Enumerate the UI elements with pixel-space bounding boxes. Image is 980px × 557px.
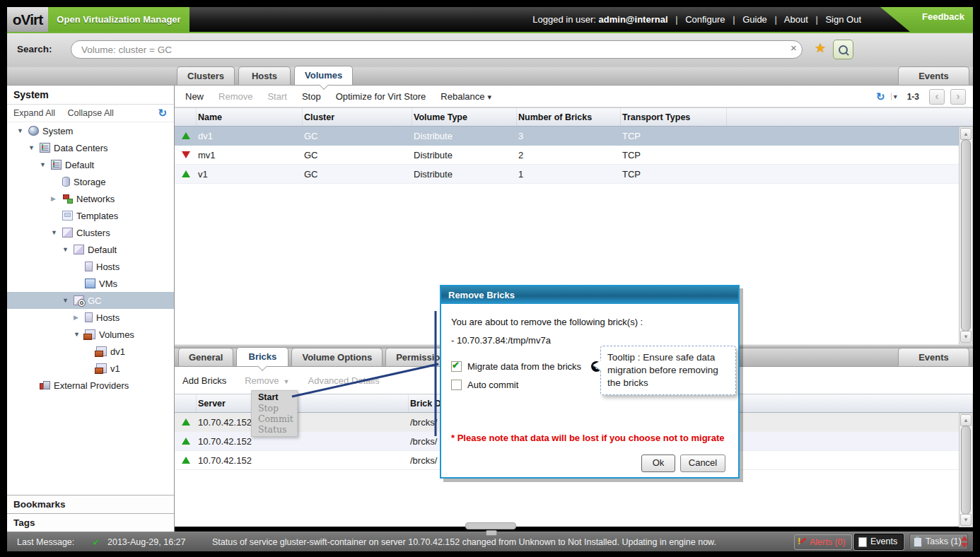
main-tab-strip: Clusters Hosts Volumes Events bbox=[7, 67, 973, 86]
tree-item-gc-cluster[interactable]: GC bbox=[7, 292, 174, 309]
tree-item-gc-hosts[interactable]: Hosts bbox=[7, 309, 174, 326]
tree-item-volumes[interactable]: Volumes bbox=[7, 326, 174, 343]
optimize-button[interactable]: Optimize for Virt Store bbox=[336, 91, 426, 102]
tree-item-external-providers[interactable]: External Providers bbox=[7, 377, 174, 394]
last-message-label: Last Message: bbox=[17, 532, 74, 552]
tree-item-system[interactable]: System bbox=[7, 122, 174, 139]
collapse-all-link[interactable]: Collapse All bbox=[68, 108, 114, 118]
tab-volume-options[interactable]: Volume Options bbox=[291, 348, 383, 366]
application-window: oVirt Open Virtualization Manager Logged… bbox=[0, 0, 980, 557]
add-bricks-button[interactable]: Add Bricks bbox=[182, 375, 226, 386]
expander-icon[interactable] bbox=[17, 127, 28, 134]
tree-item-data-centers[interactable]: Data Centers bbox=[7, 139, 174, 156]
expander-icon[interactable] bbox=[28, 144, 40, 151]
alerts-button[interactable]: Alerts (0) bbox=[794, 534, 852, 550]
cancel-button[interactable]: Cancel bbox=[680, 455, 725, 472]
configure-link[interactable]: Configure bbox=[685, 14, 725, 25]
remove-bricks-menu-button[interactable]: Remove bbox=[245, 375, 289, 386]
search-button[interactable] bbox=[833, 40, 853, 59]
menu-item-stop[interactable]: Stop bbox=[252, 403, 297, 414]
horizontal-scroll-thumb[interactable] bbox=[465, 522, 516, 529]
prev-page-button[interactable]: ‹ bbox=[929, 89, 945, 105]
expander-icon[interactable] bbox=[40, 161, 51, 168]
tree-item-default-cluster[interactable]: Default bbox=[7, 241, 174, 258]
col-transport-types[interactable]: Transport Types bbox=[621, 108, 727, 126]
expander-icon[interactable] bbox=[51, 195, 62, 202]
tab-events-detail[interactable]: Events bbox=[898, 348, 969, 366]
tree-item-dv1[interactable]: dv1 bbox=[7, 343, 174, 360]
bookmark-star-icon[interactable]: ★ bbox=[815, 40, 826, 56]
tags-section[interactable]: Tags bbox=[7, 513, 174, 532]
search-input[interactable] bbox=[71, 40, 803, 59]
col-cluster[interactable]: Cluster bbox=[303, 108, 412, 126]
guide-link[interactable]: Guide bbox=[742, 14, 767, 25]
tree-item-vms[interactable]: VMs bbox=[7, 275, 174, 292]
tree-item-networks[interactable]: Networks bbox=[7, 190, 174, 207]
clear-search-icon[interactable]: × bbox=[791, 42, 797, 54]
statusbar-collapse-icon[interactable] bbox=[961, 536, 968, 548]
tree-item-hosts[interactable]: Hosts bbox=[7, 258, 174, 275]
auto-commit-checkbox[interactable] bbox=[451, 380, 462, 390]
dialog-title[interactable]: Remove Bricks bbox=[441, 286, 738, 304]
events-footer-button[interactable]: Events bbox=[854, 534, 904, 550]
scroll-up-icon[interactable] bbox=[960, 414, 972, 426]
signout-link[interactable]: Sign Out bbox=[825, 14, 861, 25]
storage-icon bbox=[62, 177, 70, 187]
table-row-v1[interactable]: v1 GC Distribute 1 TCP bbox=[175, 165, 959, 184]
tab-hosts[interactable]: Hosts bbox=[238, 66, 291, 85]
tree-item-clusters[interactable]: Clusters bbox=[7, 224, 174, 241]
advanced-details-button[interactable]: Advanced Details bbox=[308, 375, 379, 386]
ok-button[interactable]: Ok bbox=[641, 455, 675, 472]
expander-icon[interactable] bbox=[51, 229, 62, 236]
menu-item-commit[interactable]: Commit bbox=[252, 414, 297, 424]
tree-refresh-icon[interactable] bbox=[158, 105, 167, 122]
scroll-up-icon[interactable] bbox=[960, 128, 972, 140]
expander-icon[interactable] bbox=[74, 314, 85, 321]
status-message: Status of service gluster-swift-containe… bbox=[212, 532, 716, 552]
next-page-button[interactable]: › bbox=[950, 89, 966, 105]
migrate-checkbox[interactable] bbox=[451, 361, 462, 372]
menu-item-status[interactable]: Status bbox=[252, 424, 297, 435]
grid-refresh-icon[interactable] bbox=[876, 90, 885, 103]
tab-events-main[interactable]: Events bbox=[898, 66, 969, 85]
expand-all-link[interactable]: Expand All bbox=[13, 108, 55, 118]
new-button[interactable]: New bbox=[185, 91, 204, 102]
start-button[interactable]: Start bbox=[267, 91, 286, 102]
status-up-icon bbox=[182, 457, 190, 464]
remove-button[interactable]: Remove bbox=[218, 91, 252, 102]
stop-button[interactable]: Stop bbox=[302, 91, 321, 102]
rebalance-menu-button[interactable]: Rebalance bbox=[441, 91, 491, 102]
feedback-button[interactable]: Feedback bbox=[880, 7, 973, 32]
col-volume-type[interactable]: Volume Type bbox=[412, 108, 517, 126]
volumes-scrollbar[interactable] bbox=[959, 127, 973, 344]
product-title: Open Virtualization Manager bbox=[48, 7, 189, 32]
expander-icon[interactable] bbox=[62, 297, 74, 304]
expander-icon[interactable] bbox=[62, 246, 74, 253]
bricks-scrollbar[interactable] bbox=[959, 413, 973, 527]
col-number-of-bricks[interactable]: Number of Bricks bbox=[517, 108, 621, 126]
bookmarks-section[interactable]: Bookmarks bbox=[7, 495, 174, 513]
tree-item-v1[interactable]: v1 bbox=[7, 360, 174, 377]
tab-clusters[interactable]: Clusters bbox=[177, 66, 235, 85]
tree-item-templates[interactable]: Templates bbox=[7, 207, 174, 224]
tasks-footer-button[interactable]: Tasks (1) bbox=[909, 534, 968, 550]
table-row-dv1[interactable]: dv1 GC Distribute 3 TCP bbox=[175, 127, 959, 146]
tree-item-default-dc[interactable]: Default bbox=[7, 156, 174, 173]
migrate-label: Migrate data from the bricks bbox=[467, 361, 581, 372]
tab-volumes[interactable]: Volumes bbox=[294, 66, 353, 85]
tab-bricks[interactable]: Bricks bbox=[236, 347, 288, 366]
menu-item-start[interactable]: Start bbox=[252, 392, 297, 403]
col-server[interactable]: Server bbox=[197, 394, 409, 412]
scroll-down-icon[interactable] bbox=[960, 514, 972, 526]
tree-item-storage[interactable]: Storage bbox=[7, 173, 174, 190]
scroll-down-icon[interactable] bbox=[960, 331, 972, 343]
scroll-thumb[interactable] bbox=[961, 139, 971, 332]
refresh-menu-caret-icon[interactable]: ▾ bbox=[891, 93, 897, 100]
scroll-thumb[interactable] bbox=[961, 426, 971, 515]
status-bar: Last Message: 2013-Aug-29, 16:27 Status … bbox=[7, 532, 973, 551]
table-row-mv1[interactable]: mv1 GC Distribute 2 TCP bbox=[175, 146, 959, 165]
col-name[interactable]: Name bbox=[197, 108, 303, 126]
tab-general[interactable]: General bbox=[178, 348, 233, 366]
external-provider-icon bbox=[40, 380, 50, 390]
about-link[interactable]: About bbox=[784, 14, 808, 25]
